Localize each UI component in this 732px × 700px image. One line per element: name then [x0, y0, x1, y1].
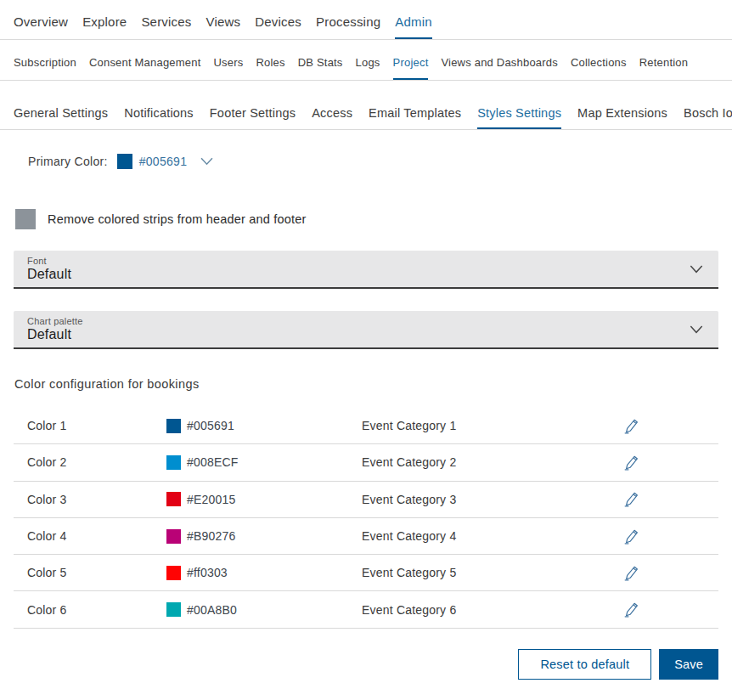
primary-color-hex: #005691: [139, 155, 188, 168]
nav-item-collections[interactable]: Collections: [571, 40, 627, 80]
nav-item-db-stats[interactable]: DB Stats: [298, 40, 343, 80]
tab-general-settings[interactable]: General Settings: [14, 81, 108, 129]
chevron-down-icon[interactable]: [200, 157, 213, 166]
chevron-down-icon: [690, 325, 703, 334]
event-category: Event Category 3: [362, 493, 621, 506]
table-row: Color 3 #E20015 Event Category 3: [14, 482, 718, 518]
nav-item-views[interactable]: Views: [206, 0, 241, 39]
nav-item-devices[interactable]: Devices: [255, 0, 301, 39]
strips-checkbox-row: Remove colored strips from header and fo…: [15, 209, 718, 229]
chart-palette-select-value: Default: [27, 327, 678, 342]
chart-palette-select[interactable]: Chart palette Default: [14, 311, 718, 349]
nav-item-consent-management[interactable]: Consent Management: [89, 40, 201, 80]
color-hex: #ff0303: [187, 566, 228, 579]
color-swatch: [166, 566, 181, 580]
table-row: Color 6 #00A8B0 Event Category 6: [14, 591, 718, 628]
color-swatch: [166, 602, 181, 617]
event-category: Event Category 1: [362, 419, 621, 432]
color-hex: #B90276: [187, 529, 235, 543]
strips-checkbox-label: Remove colored strips from header and fo…: [48, 212, 307, 226]
color-hex: #008ECF: [187, 455, 239, 469]
primary-color-label: Primary Color:: [28, 155, 108, 168]
color-name: Color 5: [27, 566, 166, 579]
color-swatch: [166, 529, 181, 544]
edit-color-button[interactable]: [621, 489, 641, 510]
tab-email-templates[interactable]: Email Templates: [369, 81, 461, 129]
color-swatch: [166, 419, 181, 433]
color-name: Color 4: [27, 529, 166, 543]
event-category: Event Category 6: [362, 603, 621, 617]
edit-color-button[interactable]: [621, 600, 641, 620]
table-row: Color 2 #008ECF Event Category 2: [14, 444, 718, 481]
color-name: Color 6: [27, 603, 166, 617]
event-category: Event Category 4: [362, 529, 621, 543]
edit-color-button[interactable]: [621, 562, 641, 583]
color-name: Color 1: [27, 419, 166, 432]
font-select[interactable]: Font Default: [14, 251, 718, 289]
event-category: Event Category 5: [362, 566, 621, 579]
edit-color-button[interactable]: [621, 452, 641, 472]
tab-bosch-io[interactable]: Bosch Io: [684, 81, 732, 129]
nav-item-project[interactable]: Project: [393, 40, 429, 80]
primary-nav: Overview Explore Services Views Devices …: [0, 0, 732, 40]
edit-color-button[interactable]: [621, 415, 641, 436]
strips-checkbox[interactable]: [15, 209, 36, 229]
table-row: Color 4 #B90276 Event Category 4: [14, 518, 718, 555]
nav-item-explore[interactable]: Explore: [82, 0, 127, 39]
font-select-value: Default: [27, 267, 678, 282]
nav-item-logs[interactable]: Logs: [356, 40, 380, 80]
table-row: Color 1 #005691 Event Category 1: [14, 408, 718, 444]
nav-item-subscription[interactable]: Subscription: [14, 40, 76, 80]
tab-access[interactable]: Access: [312, 81, 352, 129]
edit-color-button[interactable]: [621, 526, 641, 546]
bookings-color-table: Color 1 #005691 Event Category 1 Color 2…: [14, 408, 718, 629]
color-hex: #005691: [187, 419, 234, 432]
color-hex: #E20015: [187, 493, 235, 506]
primary-color-setting[interactable]: Primary Color: #005691: [28, 154, 718, 169]
save-button[interactable]: Save: [659, 649, 718, 680]
form-actions: Reset to default Save: [14, 649, 718, 680]
tab-footer-settings[interactable]: Footer Settings: [210, 81, 296, 129]
event-category: Event Category 2: [362, 455, 621, 469]
color-swatch: [166, 455, 181, 470]
reset-to-default-button[interactable]: Reset to default: [518, 649, 651, 680]
table-row: Color 5 #ff0303 Event Category 5: [14, 555, 718, 591]
nav-item-retention[interactable]: Retention: [639, 40, 688, 80]
chevron-down-icon: [690, 265, 703, 274]
nav-item-views-and-dashboards[interactable]: Views and Dashboards: [441, 40, 557, 80]
color-swatch: [166, 492, 181, 506]
nav-item-users[interactable]: Users: [213, 40, 243, 80]
tab-notifications[interactable]: Notifications: [124, 81, 194, 129]
nav-item-processing[interactable]: Processing: [316, 0, 380, 39]
nav-item-overview[interactable]: Overview: [14, 0, 68, 39]
admin-nav: Subscription Consent Management Users Ro…: [0, 40, 732, 81]
color-hex: #00A8B0: [187, 603, 237, 617]
nav-item-admin[interactable]: Admin: [395, 0, 432, 39]
nav-item-roles[interactable]: Roles: [256, 40, 284, 80]
nav-item-services[interactable]: Services: [141, 0, 191, 39]
project-tabs: General Settings Notifications Footer Se…: [0, 81, 732, 130]
tab-styles-settings[interactable]: Styles Settings: [477, 81, 561, 129]
primary-color-swatch: [117, 154, 132, 169]
chart-palette-select-label: Chart palette: [27, 316, 678, 326]
bookings-heading: Color configuration for bookings: [14, 377, 718, 391]
color-name: Color 3: [27, 493, 166, 506]
tab-map-extensions[interactable]: Map Extensions: [577, 81, 667, 129]
color-name: Color 2: [27, 455, 166, 469]
styles-settings-panel: Primary Color: #005691 Remove colored st…: [0, 154, 732, 680]
font-select-label: Font: [27, 256, 678, 266]
